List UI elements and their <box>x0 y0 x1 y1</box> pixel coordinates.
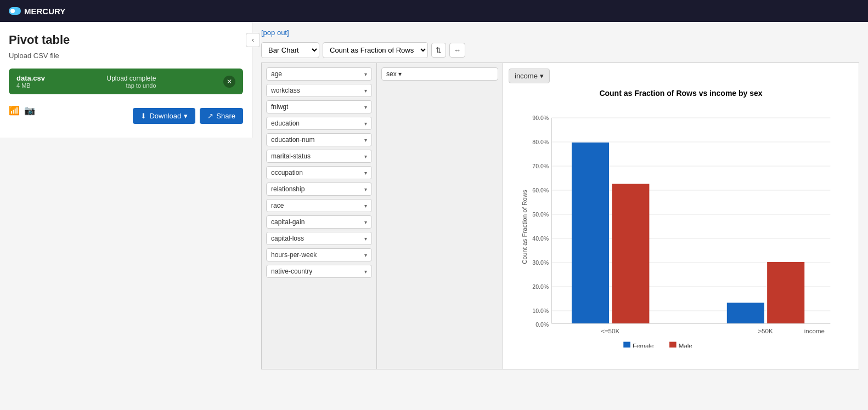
svg-text:60.0%: 60.0% <box>532 187 549 193</box>
sex-field[interactable]: sex ▾ <box>381 67 498 81</box>
row-field-capital-gain[interactable]: capital-gain▾ <box>266 215 372 229</box>
upload-size: 4 MB <box>16 82 45 89</box>
row-field-occupation[interactable]: occupation▾ <box>266 166 372 179</box>
svg-text:<=50K: <=50K <box>601 328 619 334</box>
chart-type-select[interactable]: Bar Chart Line Chart Scatter Plot <box>261 42 319 58</box>
dropdown-arrow: ▾ <box>184 112 188 120</box>
rows-fields: age▾workclass▾fnlwgt▾education▾education… <box>266 67 372 278</box>
sidebar-icons: 📶 📷 <box>9 105 35 116</box>
svg-text:Female: Female <box>633 343 653 348</box>
upload-area: data.csv 4 MB Upload complete tap to und… <box>9 69 243 94</box>
svg-rect-26 <box>623 342 630 348</box>
row-field-relationship[interactable]: relationship▾ <box>266 183 372 196</box>
camera-icon: 📷 <box>24 105 35 116</box>
svg-text:50.0%: 50.0% <box>532 212 549 218</box>
swap-button[interactable]: ↔ <box>449 43 465 58</box>
row-field-race[interactable]: race▾ <box>266 199 372 212</box>
upload-filename: data.csv <box>16 74 45 82</box>
svg-text:10.0%: 10.0% <box>532 308 549 314</box>
bar-female-50k <box>572 143 609 323</box>
aggregation-select[interactable]: Count as Fraction of Rows Count Sum Aver… <box>323 42 428 58</box>
upload-close-button[interactable]: ✕ <box>223 76 235 88</box>
bar-chart: Count as Fraction of Rows 90.0 <box>509 106 853 348</box>
page-title: Pivot table <box>9 33 243 47</box>
logo: MERCURY <box>9 7 65 16</box>
collapse-sidebar-button[interactable]: ‹ <box>246 33 260 47</box>
sidebar-footer: 📶 📷 ⬇ Download ▾ ↗ Share <box>9 105 243 127</box>
upload-info: data.csv 4 MB <box>16 74 45 89</box>
share-icon: ↗ <box>207 112 213 120</box>
income-header[interactable]: income ▾ <box>509 69 550 83</box>
download-icon: ⬇ <box>140 112 146 120</box>
logo-icon <box>9 7 21 15</box>
pivot-rows-panel: age▾workclass▾fnlwgt▾education▾education… <box>262 63 377 369</box>
pivot-controls: Bar Chart Line Chart Scatter Plot Count … <box>261 42 859 58</box>
row-field-workclass[interactable]: workclass▾ <box>266 84 372 97</box>
svg-text:Male: Male <box>679 343 692 348</box>
main-content: [pop out] Bar Chart Line Chart Scatter P… <box>252 22 868 410</box>
pop-out-link[interactable]: [pop out] <box>261 29 289 37</box>
svg-text:Count as Fraction of Rows: Count as Fraction of Rows <box>521 190 528 264</box>
row-field-education[interactable]: education▾ <box>266 117 372 130</box>
wifi-icon: 📶 <box>9 105 20 116</box>
row-field-fnlwgt[interactable]: fnlwgt▾ <box>266 100 372 113</box>
bar-male-50k <box>612 184 649 323</box>
logo-text: MERCURY <box>24 7 65 16</box>
svg-text:70.0%: 70.0% <box>532 163 549 169</box>
bar-male-over50k <box>767 262 804 323</box>
share-button[interactable]: ↗ Share <box>200 108 243 124</box>
svg-text:income: income <box>804 328 825 334</box>
bar-female-over50k <box>727 303 764 323</box>
svg-rect-28 <box>669 342 677 348</box>
upload-status: Upload complete tap to undo <box>106 75 156 89</box>
row-field-education-num[interactable]: education-num▾ <box>266 133 372 146</box>
topbar: MERCURY <box>0 0 868 22</box>
svg-text:80.0%: 80.0% <box>532 139 549 145</box>
row-field-marital-status[interactable]: marital-status▾ <box>266 150 372 163</box>
row-field-hours-per-week[interactable]: hours-per-week▾ <box>266 248 372 261</box>
row-field-capital-loss[interactable]: capital-loss▾ <box>266 232 372 245</box>
pivot-chart-area: income ▾ Count as Fraction of Rows vs in… <box>503 63 859 369</box>
pivot-area: age▾workclass▾fnlwgt▾education▾education… <box>261 62 859 369</box>
svg-text:30.0%: 30.0% <box>532 260 549 266</box>
svg-text:90.0%: 90.0% <box>532 115 549 121</box>
row-field-native-country[interactable]: native-country▾ <box>266 265 372 278</box>
svg-text:0.0%: 0.0% <box>536 322 549 328</box>
pivot-cols-panel: sex ▾ <box>377 63 503 369</box>
download-button[interactable]: ⬇ Download ▾ <box>133 108 195 124</box>
svg-text:40.0%: 40.0% <box>532 236 549 242</box>
sidebar: Pivot table Upload CSV file data.csv 4 M… <box>0 22 252 138</box>
row-field-age[interactable]: age▾ <box>266 67 372 81</box>
upload-label: Upload CSV file <box>9 52 243 60</box>
chart-title: Count as Fraction of Rows vs income by s… <box>509 89 853 98</box>
svg-text:>50K: >50K <box>758 328 773 334</box>
sidebar-actions: ⬇ Download ▾ ↗ Share <box>133 108 243 124</box>
svg-text:20.0%: 20.0% <box>532 284 549 290</box>
sort-button[interactable]: ⇅ <box>431 43 446 58</box>
